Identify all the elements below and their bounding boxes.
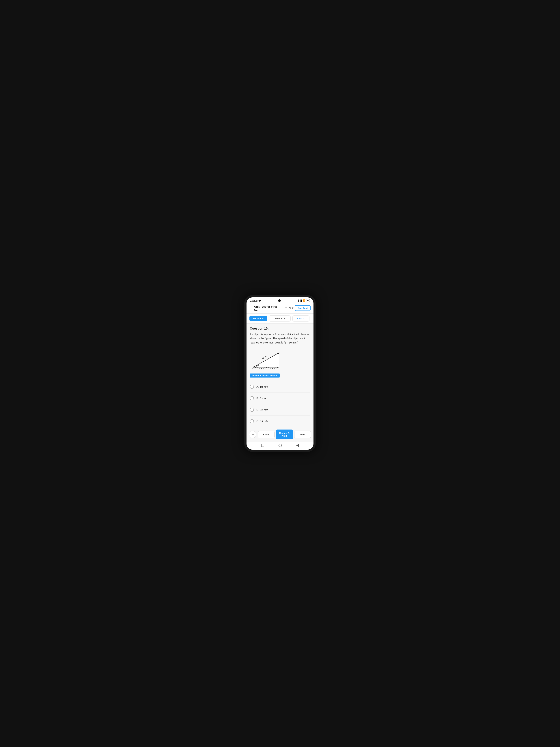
chevron-down-icon: ⌄ (305, 317, 307, 320)
wifi-icon: 📶 (303, 299, 305, 302)
back-nav-icon[interactable] (296, 444, 299, 447)
radio-a[interactable] (250, 385, 254, 389)
home-icon[interactable] (278, 444, 282, 447)
question-label: Question 10: (250, 327, 310, 331)
svg-line-2 (252, 367, 254, 369)
phone-screen: 10:32 PM ▐▐▐ 📶 26 ☰ Unit Test for First … (246, 297, 314, 450)
tab-chemistry[interactable]: CHEMISTRY (269, 315, 291, 321)
option-c[interactable]: C. 12 m/s (250, 404, 310, 416)
svg-text:12 m: 12 m (261, 355, 267, 360)
inclined-plane-diagram: 12 m 37° (250, 347, 283, 371)
phone-outer: 10:32 PM ▐▐▐ 📶 26 ☰ Unit Test for First … (244, 295, 316, 452)
option-d-text: D. 14 m/s (257, 420, 268, 423)
header-title: Unit Test for First S... (254, 305, 282, 311)
signal-icon: ▐▐▐ (298, 300, 302, 302)
camera-notch (278, 299, 281, 302)
tab-more[interactable]: 1+ more ⌄ (292, 315, 310, 321)
svg-line-13 (277, 367, 277, 369)
option-a-text: A. 10 m/s (257, 385, 268, 388)
hamburger-icon[interactable]: ☰ (249, 307, 252, 310)
svg-line-10 (270, 367, 271, 369)
svg-line-12 (274, 367, 275, 369)
svg-line-4 (257, 367, 258, 369)
recent-apps-icon[interactable] (261, 444, 264, 447)
svg-line-3 (255, 367, 256, 369)
svg-line-11 (272, 367, 273, 369)
app-header: ☰ Unit Test for First S... 01:24:21 End … (246, 303, 314, 314)
svg-text:37°: 37° (256, 365, 259, 367)
diagram-container: 12 m 37° (250, 347, 310, 371)
status-icons: ▐▐▐ 📶 26 (298, 299, 310, 302)
svg-line-8 (266, 367, 267, 369)
svg-line-6 (261, 367, 262, 369)
back-button[interactable]: ← (249, 431, 257, 438)
option-d[interactable]: D. 14 m/s (250, 416, 310, 427)
tab-bar: PHYSICS CHEMISTRY 1+ more ⌄ (246, 314, 314, 324)
option-c-text: C. 12 m/s (257, 408, 268, 411)
tab-physics[interactable]: PHYSICS (249, 316, 267, 321)
svg-line-9 (268, 367, 269, 369)
clear-button[interactable]: Clear (258, 431, 274, 438)
option-a[interactable]: A. 10 m/s (250, 381, 310, 392)
next-button[interactable]: Next (294, 431, 311, 438)
status-bar: 10:32 PM ▐▐▐ 📶 26 (246, 297, 314, 303)
option-b-text: B. 8 m/s (257, 397, 266, 400)
header-left: ☰ Unit Test for First S... 01:24:21 (249, 305, 295, 311)
option-b[interactable]: B. 8 m/s (250, 392, 310, 404)
radio-c[interactable] (250, 408, 254, 412)
status-time: 10:32 PM (250, 299, 261, 302)
answer-tag: Only one correct answer (250, 374, 280, 378)
radio-d[interactable] (250, 419, 254, 423)
android-nav (246, 442, 314, 450)
header-timer: 01:24:21 (285, 307, 295, 310)
radio-b[interactable] (250, 396, 254, 400)
battery-badge: 26 (306, 299, 310, 302)
bottom-actions: ← Clear Review & Next Next (246, 427, 314, 442)
question-text: An object is kept on a fixed smooth incl… (250, 332, 310, 344)
tab-more-label: 1+ more (295, 317, 304, 320)
svg-line-5 (259, 367, 260, 369)
options-list: A. 10 m/s B. 8 m/s C. 12 m/s D. 14 m/s (250, 380, 310, 427)
svg-line-7 (264, 367, 264, 369)
end-test-button[interactable]: End Test (295, 305, 311, 311)
review-next-button[interactable]: Review & Next (276, 430, 293, 439)
content-area: Question 10: An object is kept on a fixe… (246, 324, 314, 427)
